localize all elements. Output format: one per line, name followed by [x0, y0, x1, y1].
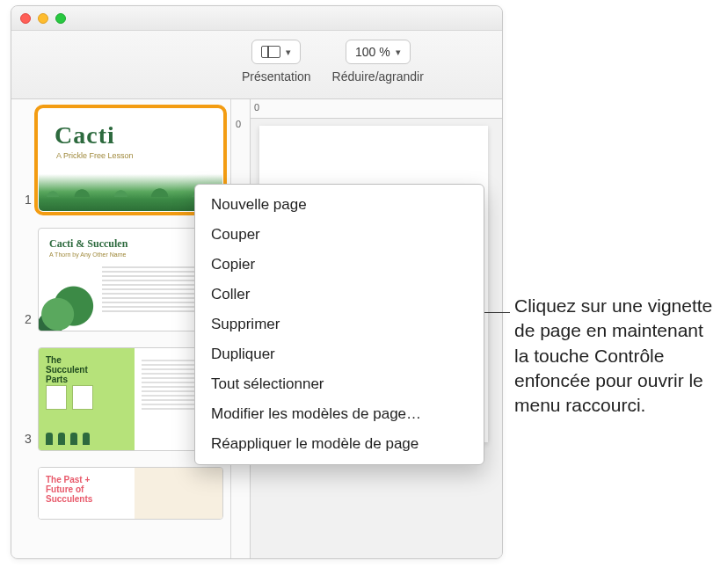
window-close-button[interactable] [20, 13, 31, 24]
thumbnail-row: 2 Cacti & Succulen A Thorn by Any Other … [18, 228, 223, 331]
thumb1-title: Cacti [55, 121, 115, 149]
thumb4-title: The Past + Future of Succulents [46, 475, 127, 504]
thumb3-title: The Succulent Parts [46, 355, 88, 384]
thumb3-left-panel: The Succulent Parts [39, 348, 135, 450]
thumbnail-number: 1 [18, 193, 38, 212]
menu-item-cut[interactable]: Couper [195, 220, 484, 250]
chevron-down-icon: ▾ [396, 47, 401, 58]
toolbar-group-zoom: 100 % ▾ Réduire/agrandir [332, 40, 424, 84]
thumb4-left-panel: The Past + Future of Succulents [39, 468, 135, 519]
menu-item-duplicate[interactable]: Dupliquer [195, 339, 484, 369]
view-button[interactable]: ▾ [251, 40, 301, 64]
thumbnail-row: The Past + Future of Succulents [18, 467, 223, 520]
thumbnail-number [18, 514, 38, 520]
menu-item-new-page[interactable]: Nouvelle page [195, 190, 484, 220]
thumbnail-number: 3 [18, 432, 38, 451]
cacti-icons [46, 433, 90, 445]
zoom-button[interactable]: 100 % ▾ [346, 40, 411, 64]
menu-item-reapply-template[interactable]: Réappliquer le modèle de page [195, 429, 484, 459]
thumbnail-row: 1 Cacti A Prickle Free Lesson [18, 108, 223, 212]
view-icon [261, 46, 280, 58]
thumb4-right-panel [135, 468, 222, 519]
view-label: Présentation [242, 69, 311, 84]
thumb2-subtitle: A Thorn by Any Other Name [49, 251, 126, 258]
window-minimize-button[interactable] [38, 13, 48, 24]
thumb1-subtitle: A Prickle Free Lesson [56, 151, 134, 160]
toolbar: ▾ Présentation 100 % ▾ Réduire/agrandir [11, 31, 502, 99]
context-menu: Nouvelle page Couper Copier Coller Suppr… [194, 184, 484, 465]
chevron-down-icon: ▾ [286, 47, 291, 58]
window-zoom-button[interactable] [55, 13, 66, 24]
thumbnail-row: 3 The Succulent Parts [18, 347, 223, 451]
thumbnail-number: 2 [18, 312, 38, 331]
titlebar [11, 6, 502, 31]
menu-item-delete[interactable]: Supprimer [195, 309, 484, 339]
horizontal-ruler: 0 [251, 99, 502, 119]
callout-text: Cliquez sur une vignette de page en main… [514, 294, 717, 419]
zoom-value: 100 % [355, 45, 390, 59]
menu-item-copy[interactable]: Copier [195, 250, 484, 280]
menu-item-paste[interactable]: Coller [195, 280, 484, 309]
zoom-label: Réduire/agrandir [332, 69, 424, 84]
menu-item-edit-templates[interactable]: Modifier les modèles de page… [195, 399, 484, 429]
thumb2-title: Cacti & Succulen [49, 237, 127, 251]
plant-illustration [39, 276, 102, 331]
menu-item-select-all[interactable]: Tout sélectionner [195, 369, 484, 399]
page-thumbnail-4[interactable]: The Past + Future of Succulents [38, 467, 223, 520]
toolbar-group-view: ▾ Présentation [242, 40, 311, 84]
thumb3-images [46, 385, 93, 410]
app-window: ▾ Présentation 100 % ▾ Réduire/agrandir … [11, 5, 503, 559]
